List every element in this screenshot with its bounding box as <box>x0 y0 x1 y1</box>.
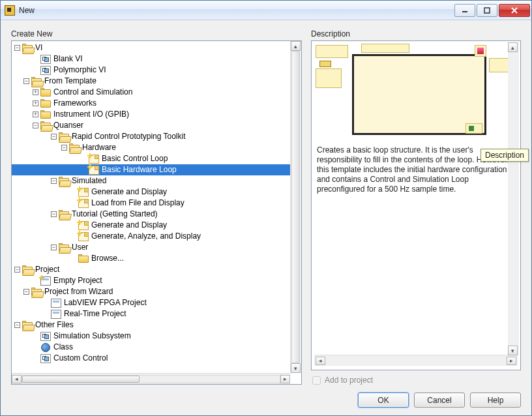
tree-container: −VI Blank VI Polymorphic VI −From Templa… <box>11 40 302 385</box>
tree-node-other-files[interactable]: −Other Files <box>12 319 301 331</box>
folder-open-icon <box>22 265 33 274</box>
folder-icon <box>40 99 51 108</box>
tree-node-quanser[interactable]: −Quanser <box>12 120 301 131</box>
folder-open-icon <box>59 132 69 141</box>
maximize-button[interactable] <box>477 4 497 17</box>
scroll-right-icon[interactable]: ▸ <box>280 375 290 383</box>
class-icon <box>41 343 50 352</box>
project-icon <box>40 276 51 286</box>
tree-node-simulated[interactable]: −Simulated <box>12 175 301 186</box>
tree-node-from-template[interactable]: −From Template <box>12 76 301 87</box>
close-button[interactable] <box>499 4 530 17</box>
folder-open-icon <box>59 177 69 185</box>
ok-button[interactable]: OK <box>358 393 409 408</box>
tree-node-gen-display2[interactable]: Generate and Display <box>12 220 301 231</box>
scroll-up-icon[interactable]: ▴ <box>291 41 301 51</box>
scroll-right-icon[interactable]: ▸ <box>507 357 516 365</box>
tree-node-basic-hardware-loop[interactable]: Basic Hardware Loop <box>12 164 301 175</box>
template-preview <box>316 44 509 139</box>
tree-node-class[interactable]: Class <box>12 342 301 353</box>
app-icon <box>5 5 15 16</box>
template-icon <box>78 221 89 230</box>
template-icon <box>89 155 99 164</box>
tree-vertical-scrollbar[interactable]: ▴ ▾ <box>290 41 301 373</box>
tree-node-user[interactable]: −User <box>12 242 301 253</box>
folder-open-icon <box>22 321 33 329</box>
scroll-left-icon[interactable]: ◂ <box>12 375 22 383</box>
tree-node-sim-subsys[interactable]: Simulation Subsystem <box>12 331 301 342</box>
tree-node-basic-control-loop[interactable]: Basic Control Loop <box>12 153 301 164</box>
tree-node-fpga-proj[interactable]: LabVIEW FPGA Project <box>12 297 301 308</box>
tree-node-gen-analyze[interactable]: Generate, Analyze, and Display <box>12 231 301 242</box>
folder-open-icon <box>31 288 42 296</box>
create-new-heading: Create New <box>11 29 302 38</box>
tree-node-gen-display[interactable]: Generate and Display <box>12 186 301 198</box>
tree-node-hardware[interactable]: −Hardware <box>12 142 301 153</box>
project-icon <box>51 310 61 319</box>
titlebar[interactable]: New <box>1 1 531 20</box>
help-button[interactable]: Help <box>470 393 521 408</box>
description-horizontal-scrollbar[interactable]: ◂ ▸ <box>314 355 518 366</box>
folder-icon <box>40 110 51 119</box>
cancel-button[interactable]: Cancel <box>414 393 465 408</box>
vi-icon <box>40 55 51 64</box>
folder-icon <box>78 254 89 263</box>
vi-icon <box>40 354 51 363</box>
template-icon <box>89 166 99 175</box>
tree-node-tutorial[interactable]: −Tutorial (Getting Started) <box>12 209 301 220</box>
description-vertical-scrollbar[interactable]: ▴ ▾ <box>508 42 519 355</box>
tree-node-control-sim[interactable]: +Control and Simulation <box>12 87 301 98</box>
tree-node-load-display[interactable]: Load from File and Display <box>12 198 301 209</box>
vi-icon <box>40 66 51 75</box>
tree-node-proj-wizard[interactable]: −Project from Wizard <box>12 286 301 297</box>
minimize-button[interactable] <box>454 4 475 17</box>
tree-node-instr-io[interactable]: +Instrument I/O (GPIB) <box>12 109 301 120</box>
folder-open-icon <box>31 77 42 85</box>
tree-node-vi[interactable]: −VI <box>12 42 301 53</box>
description-box: Creates a basic loop structure. It is th… <box>311 40 521 370</box>
scroll-down-icon[interactable]: ▾ <box>508 346 518 355</box>
template-icon <box>78 188 89 197</box>
scroll-left-icon[interactable]: ◂ <box>316 357 325 365</box>
tree-node-rt-proj[interactable]: Real-Time Project <box>12 308 301 319</box>
folder-open-icon <box>59 243 69 252</box>
tree-horizontal-scrollbar[interactable]: ◂ ▸ <box>12 373 290 384</box>
tree-node-rcpt[interactable]: −Rapid Control Prototyping Toolkit <box>12 131 301 142</box>
svg-rect-1 <box>484 8 490 13</box>
tree-node-blank-vi[interactable]: Blank VI <box>12 53 301 65</box>
project-icon <box>51 299 61 308</box>
tree-node-project[interactable]: −Project <box>12 264 301 275</box>
tree-node-custom-control[interactable]: Custom Control <box>12 353 301 364</box>
scroll-up-icon[interactable]: ▴ <box>508 42 518 52</box>
folder-open-icon <box>22 44 33 52</box>
description-tooltip: Description <box>480 149 529 162</box>
folder-open-icon <box>59 210 69 218</box>
tree-node-frameworks[interactable]: +Frameworks <box>12 98 301 109</box>
tree-node-empty-project[interactable]: Empty Project <box>12 275 301 286</box>
folder-open-icon <box>69 143 80 152</box>
tree-node-polymorphic-vi[interactable]: Polymorphic VI <box>12 65 301 76</box>
window-title: New <box>19 6 35 15</box>
template-icon <box>78 199 89 208</box>
folder-open-icon <box>40 121 51 130</box>
template-icon <box>78 232 89 241</box>
description-heading: Description <box>311 29 521 38</box>
add-to-project-label: Add to project <box>325 376 373 385</box>
tree-node-browse[interactable]: Browse... <box>12 253 301 264</box>
dialog-content: Create New −VI Blank VI Polymorphic VI −… <box>1 20 531 415</box>
scroll-down-icon[interactable]: ▾ <box>291 363 301 373</box>
vi-icon <box>40 332 51 341</box>
folder-icon <box>40 88 51 97</box>
add-to-project-checkbox <box>312 376 321 385</box>
create-tree[interactable]: −VI Blank VI Polymorphic VI −From Templa… <box>12 41 301 365</box>
dialog-window: New Create New −VI Blank VI <box>0 0 532 416</box>
